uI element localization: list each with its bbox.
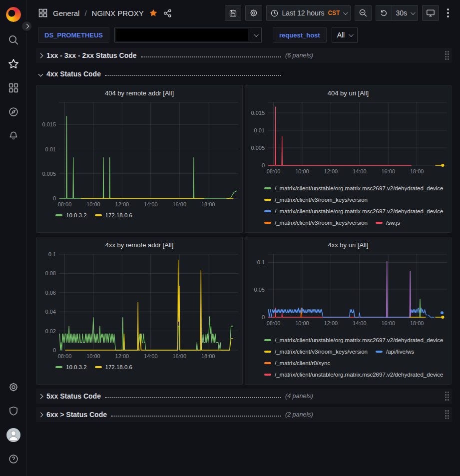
svg-text:18:00: 18:00 bbox=[410, 168, 424, 174]
apps-icon bbox=[38, 8, 48, 18]
panel-row-2: 4xx by remote addr [All] 08:0010:0012:00… bbox=[36, 237, 452, 385]
cycle-view-mode-button[interactable] bbox=[422, 5, 439, 21]
panel-title[interactable]: 404 by uri [All] bbox=[245, 88, 451, 99]
legend-label: /_matrix/client/v3/room_keys/version bbox=[275, 195, 368, 204]
sidebar-item-dashboards[interactable] bbox=[3, 78, 23, 98]
row-title: 6xx > Status Code bbox=[46, 411, 107, 419]
timeseries-chart[interactable]: 08:0010:0012:0014:0016:0018:0000.0050.01… bbox=[245, 100, 451, 177]
row-title: 4xx Status Code bbox=[46, 70, 101, 78]
sidebar-item-starred[interactable] bbox=[3, 54, 23, 74]
svg-text:08:00: 08:00 bbox=[58, 353, 72, 359]
legend-item[interactable]: /_matrix/client/unstable/org.matrix.msc2… bbox=[264, 184, 444, 193]
legend-item[interactable]: 10.0.3.2 bbox=[55, 211, 87, 220]
legend-swatch bbox=[55, 214, 62, 216]
legend-item[interactable]: /api/live/ws bbox=[376, 347, 414, 356]
svg-text:0.015: 0.015 bbox=[251, 110, 265, 116]
svg-text:0: 0 bbox=[53, 347, 56, 353]
sidebar-item-configuration[interactable] bbox=[3, 377, 23, 397]
svg-text:0.04: 0.04 bbox=[45, 309, 56, 315]
breadcrumb-section[interactable]: General bbox=[53, 9, 79, 17]
svg-text:16:00: 16:00 bbox=[381, 168, 395, 174]
svg-text:0: 0 bbox=[53, 195, 56, 201]
svg-text:0.08: 0.08 bbox=[45, 270, 56, 276]
variable-label-ds-prometheus[interactable]: DS_PROMETHEUS bbox=[38, 27, 109, 43]
legend-item[interactable]: /_matrix/client/unstable/org.matrix.msc2… bbox=[264, 336, 444, 345]
legend-label: /_matrix/client/r0/sync bbox=[275, 359, 330, 368]
user-avatar[interactable] bbox=[3, 425, 23, 445]
svg-text:0: 0 bbox=[262, 162, 265, 168]
sidebar-item-alerting[interactable] bbox=[3, 126, 23, 146]
row-4xx[interactable]: 4xx Status Code bbox=[36, 66, 452, 81]
refresh-button[interactable] bbox=[376, 5, 392, 21]
row-panel-count: (4 panels) bbox=[285, 393, 313, 400]
row-5xx[interactable]: 5xx Status Code (4 panels) bbox=[36, 389, 452, 404]
row-drag-handle[interactable] bbox=[445, 51, 449, 60]
legend-label: /_matrix/client/v3/room_keys/version bbox=[275, 218, 368, 227]
variable-value-request-host[interactable]: All bbox=[332, 27, 358, 43]
timeseries-chart[interactable]: 08:0010:0012:0014:0016:0018:0000.050.1 bbox=[245, 252, 451, 329]
svg-text:18:00: 18:00 bbox=[201, 353, 215, 359]
legend-item[interactable]: /_matrix/client/unstable/org.matrix.msc2… bbox=[264, 207, 444, 216]
row-drag-handle[interactable] bbox=[445, 410, 449, 419]
timeseries-chart[interactable]: 08:0010:0012:0014:0016:0018:0000.020.040… bbox=[36, 252, 242, 362]
legend-item[interactable]: /_matrix/client/v3/room_keys/version bbox=[264, 347, 368, 356]
monitor-icon bbox=[426, 8, 435, 17]
legend-item[interactable]: /_matrix/client/v3/room_keys/version bbox=[264, 218, 368, 227]
legend: 10.0.3.2172.18.0.6 bbox=[36, 210, 242, 232]
timeseries-chart[interactable]: 08:0010:0012:0014:0016:0018:0000.0050.01… bbox=[36, 100, 242, 210]
row-drag-handle[interactable] bbox=[445, 392, 449, 401]
panel-title[interactable]: 4xx by remote addr [All] bbox=[36, 240, 242, 251]
grafana-app: General / NGINX PROXY Last 12 hours CST bbox=[0, 0, 460, 476]
legend-label: /_matrix/client/unstable/org.matrix.msc2… bbox=[275, 336, 444, 345]
share-icon[interactable] bbox=[163, 8, 172, 18]
favorite-star-icon[interactable] bbox=[149, 8, 158, 17]
legend-label: 172.18.0.6 bbox=[105, 211, 132, 220]
variable-value-ds-prometheus[interactable] bbox=[114, 27, 262, 43]
panel-title[interactable]: 404 by remote addr [All] bbox=[36, 88, 242, 99]
panel-title[interactable]: 4xx by uri [All] bbox=[245, 240, 451, 251]
chevron-right-icon bbox=[38, 53, 43, 58]
chevron-down-icon bbox=[254, 32, 259, 37]
variable-label-request-host[interactable]: request_host bbox=[273, 27, 327, 43]
refresh-interval-picker[interactable]: 30s bbox=[392, 5, 418, 21]
legend-label: 10.0.3.2 bbox=[66, 363, 87, 372]
svg-text:14:00: 14:00 bbox=[144, 353, 158, 359]
row-6xx[interactable]: 6xx > Status Code (2 panels) bbox=[36, 407, 452, 422]
legend-item[interactable]: 172.18.0.6 bbox=[95, 363, 132, 372]
zoom-out-button[interactable] bbox=[355, 5, 372, 21]
gear-icon bbox=[249, 8, 258, 17]
chevron-right-icon bbox=[38, 412, 43, 417]
help-icon[interactable] bbox=[3, 449, 23, 469]
legend-item[interactable]: /_matrix/client/v3/room_keys/version bbox=[264, 195, 368, 204]
legend-item[interactable]: 10.0.3.2 bbox=[55, 363, 87, 372]
svg-text:0.1: 0.1 bbox=[48, 252, 56, 257]
legend-item[interactable]: /_matrix/client/unstable/org.matrix.msc2… bbox=[264, 370, 444, 379]
legend-swatch bbox=[264, 351, 271, 353]
legend-item[interactable]: /_matrix/client/r0/sync bbox=[264, 359, 330, 368]
row-panel-count: (6 panels) bbox=[285, 52, 313, 59]
panel-row-1: 404 by remote addr [All] 08:0010:0012:00… bbox=[36, 85, 452, 233]
dotted-leader bbox=[105, 71, 281, 76]
legend-label: /_matrix/client/unstable/org.matrix.msc2… bbox=[275, 207, 444, 216]
time-range-picker[interactable]: Last 12 hours CST bbox=[266, 5, 351, 21]
svg-text:14:00: 14:00 bbox=[353, 320, 367, 326]
dashboard-settings-button[interactable] bbox=[245, 5, 262, 21]
legend-item[interactable]: /sw.js bbox=[376, 218, 400, 227]
sidebar-item-explore[interactable] bbox=[3, 102, 23, 122]
dotted-leader bbox=[111, 412, 281, 417]
legend-item[interactable]: 172.18.0.6 bbox=[95, 211, 132, 220]
refresh-interval-label: 30s bbox=[396, 9, 407, 17]
legend-swatch bbox=[264, 187, 271, 189]
legend-swatch bbox=[55, 366, 62, 368]
grafana-logo-icon[interactable] bbox=[3, 6, 23, 26]
sidebar-expand-button[interactable] bbox=[20, 20, 33, 32]
sidebar-item-server-admin[interactable] bbox=[3, 401, 23, 421]
svg-text:0.005: 0.005 bbox=[42, 171, 56, 177]
search-icon[interactable] bbox=[3, 30, 23, 50]
svg-text:0.02: 0.02 bbox=[45, 328, 56, 334]
legend-swatch bbox=[264, 199, 271, 201]
row-1xx-3xx-2xx[interactable]: 1xx - 3xx - 2xx Status Code (6 panels) bbox=[36, 48, 452, 63]
save-dashboard-button[interactable] bbox=[225, 5, 241, 21]
more-options-button[interactable] bbox=[443, 8, 453, 17]
chevron-right-icon bbox=[38, 394, 43, 399]
